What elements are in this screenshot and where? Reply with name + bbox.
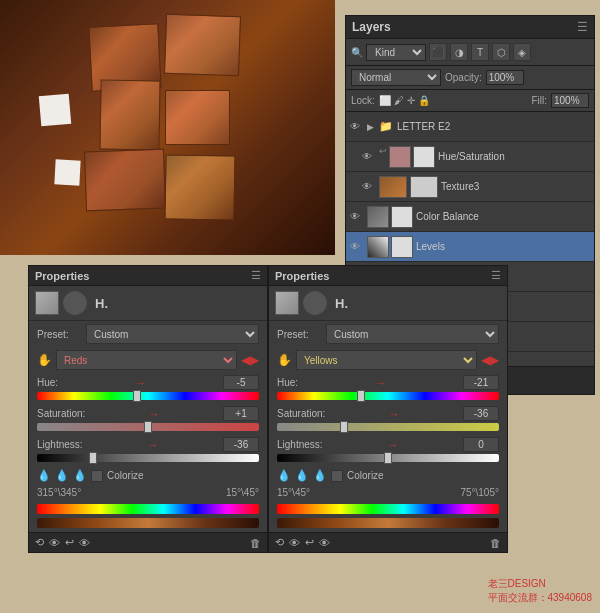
props-foot-icon3-right[interactable]: ↩ <box>305 536 314 549</box>
filter-adjust-btn[interactable]: ◑ <box>450 43 468 61</box>
props-circle-thumb-right <box>303 291 327 315</box>
layer-mask-levels1 <box>391 236 413 258</box>
layer-row-letter-e2[interactable]: 👁 ▶ 📁 LETTER E2 <box>346 112 594 142</box>
props-foot-icon1-right[interactable]: ⟲ <box>275 536 284 549</box>
props-foot-icon2-right[interactable]: 👁 <box>289 537 300 549</box>
light-arrow-right[interactable]: → <box>387 439 398 451</box>
range-bar-row-right <box>269 502 507 516</box>
lock-paint-icon[interactable]: 🖌 <box>394 95 404 106</box>
colorize-checkbox-left[interactable] <box>91 470 103 482</box>
light-thumb-left[interactable] <box>89 452 97 464</box>
hue-arrow-left[interactable]: → <box>135 377 146 389</box>
props-foot-icon1-left[interactable]: ⟲ <box>35 536 44 549</box>
preset-select-right[interactable]: Custom <box>326 324 499 344</box>
props-foot-icon2-left[interactable]: 👁 <box>49 537 60 549</box>
hue-thumb-right[interactable] <box>357 390 365 402</box>
lock-position-icon[interactable]: ✛ <box>407 95 415 106</box>
props-thumb-right <box>275 291 299 315</box>
hue-input-left[interactable] <box>223 375 259 390</box>
colorize-checkbox-right[interactable] <box>331 470 343 482</box>
kind-select[interactable]: Kind <box>366 44 426 61</box>
eye-icon[interactable]: 👁 <box>362 151 376 162</box>
light-track-right[interactable] <box>277 454 499 462</box>
filter-pixel-btn[interactable]: ⬛ <box>429 43 447 61</box>
sat-thumb-left[interactable] <box>144 421 152 433</box>
filter-text-btn[interactable]: T <box>471 43 489 61</box>
eye-icon[interactable]: 👁 <box>362 181 376 192</box>
lock-all-icon[interactable]: 🔒 <box>418 95 430 106</box>
sat-track-right[interactable] <box>277 423 499 431</box>
channel-select-left[interactable]: Reds <box>56 350 237 370</box>
eyedrop3-left[interactable]: 💧 <box>73 469 87 482</box>
blend-mode-select[interactable]: Normal <box>351 69 441 86</box>
hand-icon-left[interactable]: ✋ <box>37 353 52 367</box>
group-expand-arrow[interactable]: ▶ <box>367 122 374 132</box>
sat-thumb-right[interactable] <box>340 421 348 433</box>
layer-row-color-balance[interactable]: 👁 Color Balance <box>346 202 594 232</box>
hue-input-right[interactable] <box>463 375 499 390</box>
hue-thumb-left[interactable] <box>133 390 141 402</box>
eyedrop1-right[interactable]: 💧 <box>277 469 291 482</box>
channel-arrow-right: ◀▶ <box>481 353 499 367</box>
opacity-input[interactable] <box>486 70 524 85</box>
layer-row-texture3[interactable]: 👁 Texture3 <box>346 172 594 202</box>
eyedrop2-left[interactable]: 💧 <box>55 469 69 482</box>
sat-label-left: Saturation: <box>37 408 85 419</box>
watermark: 老三DESIGN 平面交流群：43940608 <box>488 577 593 605</box>
channel-select-right[interactable]: Yellows <box>296 350 477 370</box>
range-bar-hsl-right <box>277 504 499 514</box>
light-arrow-left[interactable]: → <box>147 439 158 451</box>
eyedrop3-right[interactable]: 💧 <box>313 469 327 482</box>
props-foot-trash-left[interactable]: 🗑 <box>250 537 261 549</box>
layer-thumb-levels1 <box>367 236 389 258</box>
eye-icon[interactable]: 👁 <box>350 121 364 132</box>
props-foot-icon4-left[interactable]: 👁 <box>79 537 90 549</box>
white-square-2 <box>54 159 80 185</box>
sat-input-right[interactable] <box>463 406 499 421</box>
filter-smart-btn[interactable]: ◈ <box>513 43 531 61</box>
channel-arrow-left: ◀▶ <box>241 353 259 367</box>
canvas-area <box>0 0 335 255</box>
eye-icon[interactable]: 👁 <box>350 211 364 222</box>
props-foot-icon3-left[interactable]: ↩ <box>65 536 74 549</box>
layers-menu-icon[interactable]: ☰ <box>577 20 588 34</box>
colorize-row-left: 💧 💧 💧 Colorize <box>29 466 267 485</box>
props-header-left: H. <box>29 286 267 321</box>
props-preset-row-left: Preset: Custom <box>29 321 267 347</box>
hue-slider-row-left: Hue: → <box>29 373 267 404</box>
sat-input-left[interactable] <box>223 406 259 421</box>
preset-label-left: Preset: <box>37 329 82 340</box>
props-menu-left[interactable]: ☰ <box>251 269 261 282</box>
props-foot-icon4-right[interactable]: 👁 <box>319 537 330 549</box>
preset-select-left[interactable]: Custom <box>86 324 259 344</box>
hue-track-left[interactable] <box>37 392 259 400</box>
white-square-1 <box>39 94 72 127</box>
sat-arrow-right[interactable]: → <box>389 408 400 420</box>
light-input-left[interactable] <box>223 437 259 452</box>
props-title-right: Properties <box>275 270 329 282</box>
light-input-right[interactable] <box>463 437 499 452</box>
props-menu-right[interactable]: ☰ <box>491 269 501 282</box>
lock-transparent-icon[interactable]: ⬜ <box>379 95 391 106</box>
hue-arrow-right[interactable]: → <box>375 377 386 389</box>
filter-shape-btn[interactable]: ⬡ <box>492 43 510 61</box>
eye-icon[interactable]: 👁 <box>350 241 364 252</box>
folder-icon: 📁 <box>379 120 393 133</box>
angle2-left: 15°\45° <box>226 487 259 498</box>
fill-input[interactable] <box>551 93 589 108</box>
hue-track-right[interactable] <box>277 392 499 400</box>
layer-mask-texture3 <box>410 176 438 198</box>
sat-track-left[interactable] <box>37 423 259 431</box>
layer-name-letter-e2: LETTER E2 <box>397 121 590 132</box>
props-preset-row-right: Preset: Custom <box>269 321 507 347</box>
light-thumb-right[interactable] <box>384 452 392 464</box>
eyedrop2-right[interactable]: 💧 <box>295 469 309 482</box>
light-track-left[interactable] <box>37 454 259 462</box>
props-foot-trash-right[interactable]: 🗑 <box>490 537 501 549</box>
hand-icon-right[interactable]: ✋ <box>277 353 292 367</box>
layer-row-levels-1[interactable]: 👁 Levels <box>346 232 594 262</box>
sat-arrow-left[interactable]: → <box>149 408 160 420</box>
layer-row-hue-saturation[interactable]: 👁 ↩ Hue/Saturation <box>346 142 594 172</box>
eyedrop1-left[interactable]: 💧 <box>37 469 51 482</box>
puzzle-piece-4 <box>165 90 230 145</box>
